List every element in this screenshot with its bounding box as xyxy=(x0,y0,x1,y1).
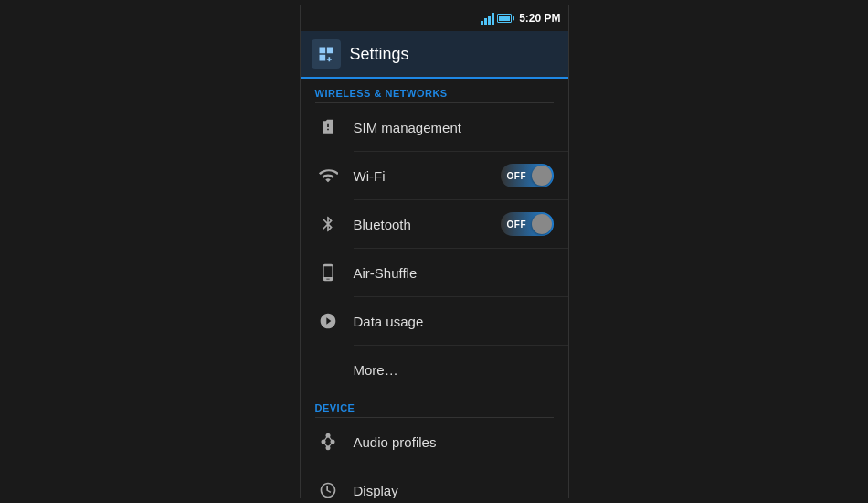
bluetooth-label: Bluetooth xyxy=(354,217,501,232)
phone-screen: 5:20 PM Settings WIRELESS & NETWORKS SIM… xyxy=(300,5,569,498)
menu-item-bluetooth[interactable]: Bluetooth OFF xyxy=(301,200,568,248)
sim-label: SIM management xyxy=(354,120,554,135)
signal-bar-2 xyxy=(484,18,487,25)
datausage-icon xyxy=(315,308,341,334)
battery-status-icon xyxy=(497,14,512,23)
settings-app-icon xyxy=(312,39,341,69)
status-bar: 5:20 PM xyxy=(301,5,568,31)
audio-icon xyxy=(315,429,341,455)
status-icons xyxy=(481,12,512,25)
bluetooth-toggle[interactable]: OFF xyxy=(501,212,554,236)
menu-item-display[interactable]: Display xyxy=(301,466,568,498)
wifi-toggle[interactable]: OFF xyxy=(501,164,554,187)
app-bar-title: Settings xyxy=(350,45,409,64)
svg-line-5 xyxy=(328,435,333,442)
section-device-header: DEVICE xyxy=(301,393,568,417)
wifi-toggle-knob xyxy=(532,166,552,186)
menu-item-audio[interactable]: Audio profiles xyxy=(301,418,568,466)
wifi-icon xyxy=(315,163,341,188)
signal-bar-4 xyxy=(492,13,494,25)
datausage-label: Data usage xyxy=(354,314,554,329)
svg-line-7 xyxy=(323,442,328,448)
menu-item-wifi[interactable]: Wi-Fi OFF xyxy=(301,152,568,199)
display-label: Display xyxy=(354,483,554,498)
wifi-label: Wi-Fi xyxy=(354,168,501,184)
signal-bar-1 xyxy=(481,21,483,25)
settings-content: WIRELESS & NETWORKS SIM management Wi-Fi… xyxy=(301,79,568,498)
svg-line-6 xyxy=(328,442,333,448)
menu-item-more[interactable]: More… xyxy=(301,346,568,393)
app-bar: Settings xyxy=(301,31,568,79)
airshuffle-label: Air-Shuffle xyxy=(354,265,554,281)
audio-label: Audio profiles xyxy=(354,434,554,450)
section-wireless-header: WIRELESS & NETWORKS xyxy=(301,79,568,102)
menu-item-airshuffle[interactable]: Air-Shuffle xyxy=(301,249,568,296)
sim-icon xyxy=(315,114,341,140)
bluetooth-icon xyxy=(315,211,341,237)
bluetooth-toggle-knob xyxy=(532,214,552,234)
svg-line-4 xyxy=(323,435,328,442)
signal-bars-icon xyxy=(481,12,494,25)
signal-bar-3 xyxy=(488,16,491,25)
phone-icon xyxy=(315,260,341,285)
bluetooth-toggle-label: OFF xyxy=(507,219,527,230)
menu-item-sim[interactable]: SIM management xyxy=(301,103,568,151)
wifi-toggle-label: OFF xyxy=(507,171,527,181)
display-icon xyxy=(315,477,341,498)
more-label: More… xyxy=(354,362,554,378)
status-time: 5:20 PM xyxy=(519,12,560,25)
more-icon xyxy=(315,357,341,382)
menu-item-datausage[interactable]: Data usage xyxy=(301,297,568,345)
